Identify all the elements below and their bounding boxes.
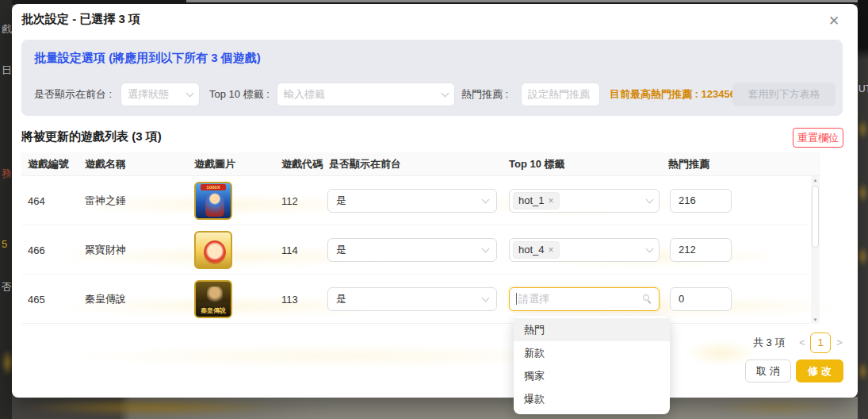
backdrop-blur-blob bbox=[713, 398, 840, 416]
top10-placeholder: 輸入標籤 bbox=[284, 87, 325, 102]
bg-text-fragment: 5 bbox=[2, 238, 7, 250]
table-row: 464 雷神之錘 1000X 112 是 hot_1 × 216 bbox=[21, 176, 809, 225]
dropdown-option-new[interactable]: 新款 bbox=[514, 341, 670, 364]
chevron-down-icon bbox=[482, 294, 490, 302]
games-table: 遊戲編號 遊戲名稱 遊戲圖片 遊戲代碼 是否顯示在前台 Top 10 標籤 熱門… bbox=[21, 152, 820, 329]
chevron-down-icon bbox=[186, 90, 194, 98]
col-game-name: 遊戲名稱 bbox=[85, 152, 126, 176]
thumbnail-title: 秦皇傳說 bbox=[196, 306, 231, 315]
tag-label: hot_1 bbox=[518, 194, 545, 206]
selected-value: 是 bbox=[336, 292, 346, 306]
col-game-id: 遊戲編號 bbox=[28, 152, 69, 176]
thumbnail-banner: 1000X bbox=[201, 184, 226, 190]
table-row: 465 秦皇傳說 秦皇傳說 113 是 請選擇 0 bbox=[21, 275, 809, 324]
game-name: 聚寶財神 bbox=[85, 243, 126, 257]
tag-chip: hot_4 × bbox=[513, 241, 560, 259]
game-id: 465 bbox=[28, 293, 45, 305]
hot-recommend-input[interactable]: 設定熱門推薦 bbox=[521, 83, 600, 106]
scroll-up-icon[interactable]: ▲ bbox=[811, 176, 820, 184]
bg-blur-blob bbox=[858, 119, 868, 140]
chevron-down-icon bbox=[646, 244, 654, 252]
tag-select-placeholder: 請選擇 bbox=[518, 292, 549, 306]
top10-tag-select[interactable]: hot_1 × bbox=[509, 189, 660, 213]
top10-label: Top 10 標籤 : bbox=[209, 83, 270, 106]
bg-blur-blob bbox=[858, 246, 868, 267]
remove-tag-icon[interactable]: × bbox=[549, 195, 554, 206]
selected-value: 是 bbox=[336, 194, 346, 208]
game-id: 464 bbox=[28, 194, 45, 206]
col-game-code: 遊戲代碼 bbox=[281, 152, 323, 176]
top10-tag-select[interactable]: 輸入標籤 bbox=[277, 83, 455, 106]
modal-title: 批次設定 - 已選擇 3 項 bbox=[21, 12, 140, 27]
chevron-down-icon bbox=[482, 195, 490, 203]
backdrop-bottom bbox=[0, 397, 868, 419]
scroll-down-icon[interactable]: ▼ bbox=[811, 316, 820, 324]
game-code: 114 bbox=[281, 244, 298, 256]
remove-tag-icon[interactable]: × bbox=[549, 244, 554, 256]
batch-settings-modal: 批次設定 - 已選擇 3 項 ✕ 批量設定選項 (將應用到以下所有 3 個遊戲)… bbox=[12, 4, 858, 398]
display-status-label: 是否顯示在前台 : bbox=[34, 83, 112, 106]
display-status-select[interactable]: 是 bbox=[327, 189, 497, 213]
game-name: 雷神之錘 bbox=[85, 194, 126, 208]
dropdown-option-hot[interactable]: 熱門 bbox=[514, 318, 670, 341]
display-status-select[interactable]: 是 bbox=[327, 287, 497, 311]
batch-options-panel: 批量設定選項 (將應用到以下所有 3 個遊戲) 是否顯示在前台 : 選擇狀態 T… bbox=[21, 40, 843, 116]
max-hot-note: 目前最高熱門推薦 : 123456 bbox=[610, 83, 736, 106]
top10-tag-select[interactable]: hot_4 × bbox=[509, 238, 660, 262]
pagination-next-icon[interactable]: > bbox=[833, 333, 846, 353]
close-icon[interactable]: ✕ bbox=[826, 13, 842, 29]
chevron-down-icon bbox=[442, 90, 449, 98]
chevron-down-icon bbox=[482, 244, 490, 252]
reset-fields-button[interactable]: 重置欄位 bbox=[793, 128, 843, 148]
pagination-prev-icon[interactable]: < bbox=[796, 333, 809, 353]
scrollbar-thumb[interactable] bbox=[812, 186, 819, 248]
display-status-placeholder: 選擇狀態 bbox=[128, 87, 169, 102]
game-thumbnail: 1000X bbox=[194, 182, 232, 220]
game-code: 112 bbox=[281, 194, 298, 206]
table-scrollbar[interactable]: ▲ ▼ bbox=[811, 176, 820, 324]
apply-to-table-button[interactable]: 套用到下方表格 bbox=[732, 83, 835, 106]
bg-text-fragment-logout: UT bbox=[858, 83, 868, 94]
col-game-image: 遊戲圖片 bbox=[194, 152, 235, 176]
dropdown-option-blockbuster[interactable]: 爆款 bbox=[514, 387, 670, 410]
backdrop-top-line bbox=[186, 0, 858, 2]
game-thumbnail bbox=[194, 231, 232, 269]
display-status-select[interactable]: 是 bbox=[327, 238, 497, 262]
selected-value: 是 bbox=[336, 243, 346, 257]
bg-blur-blob bbox=[858, 361, 868, 382]
bg-blur-blob bbox=[858, 183, 868, 203]
table-header: 遊戲編號 遊戲名稱 遊戲圖片 遊戲代碼 是否顯示在前台 Top 10 標籤 熱門… bbox=[21, 152, 820, 176]
bg-blur-blob bbox=[2, 349, 12, 376]
pagination-page-1[interactable]: 1 bbox=[810, 333, 831, 353]
confirm-button[interactable]: 修改 bbox=[796, 359, 843, 382]
game-name: 秦皇傳說 bbox=[85, 292, 126, 306]
cancel-button[interactable]: 取消 bbox=[745, 359, 791, 382]
hot-recommend-placeholder: 設定熱門推薦 bbox=[528, 87, 590, 102]
hot-recommend-input[interactable]: 0 bbox=[670, 287, 732, 311]
backdrop-right: UT bbox=[858, 0, 868, 419]
dropdown-option-exclusive[interactable]: 獨家 bbox=[514, 364, 670, 387]
hot-recommend-label: 熱門推薦 : bbox=[461, 83, 508, 106]
bg-text-fragment: 否 bbox=[2, 280, 12, 294]
text-caret bbox=[516, 293, 517, 305]
total-count: 共 3 項 bbox=[753, 333, 785, 353]
bg-text-fragment: 務 bbox=[2, 167, 12, 181]
display-status-select[interactable]: 選擇狀態 bbox=[120, 83, 200, 106]
top10-tag-select-focused[interactable]: 請選擇 bbox=[509, 287, 660, 311]
col-hot-recommend: 熱門推薦 bbox=[668, 152, 709, 176]
backdrop-blur-blob bbox=[20, 398, 281, 416]
bg-text-fragment: 日 bbox=[2, 63, 12, 78]
tag-label: hot_4 bbox=[518, 244, 545, 256]
thumbnail-figure bbox=[204, 240, 226, 264]
game-list-title: 將被更新的遊戲列表 (3 項) bbox=[21, 129, 162, 144]
game-code: 113 bbox=[281, 293, 298, 305]
hot-recommend-input[interactable]: 212 bbox=[670, 238, 732, 262]
tag-dropdown-menu: 熱門 新款 獨家 爆款 bbox=[514, 316, 670, 414]
tag-chip: hot_1 × bbox=[513, 192, 560, 210]
search-icon bbox=[643, 294, 652, 304]
col-top10-tag: Top 10 標籤 bbox=[509, 152, 565, 176]
backdrop-left: 戲 日 務 5 否 bbox=[0, 0, 12, 419]
bg-text-fragment: 戲 bbox=[2, 22, 12, 37]
game-id: 466 bbox=[28, 244, 45, 256]
hot-recommend-input[interactable]: 216 bbox=[670, 189, 732, 213]
